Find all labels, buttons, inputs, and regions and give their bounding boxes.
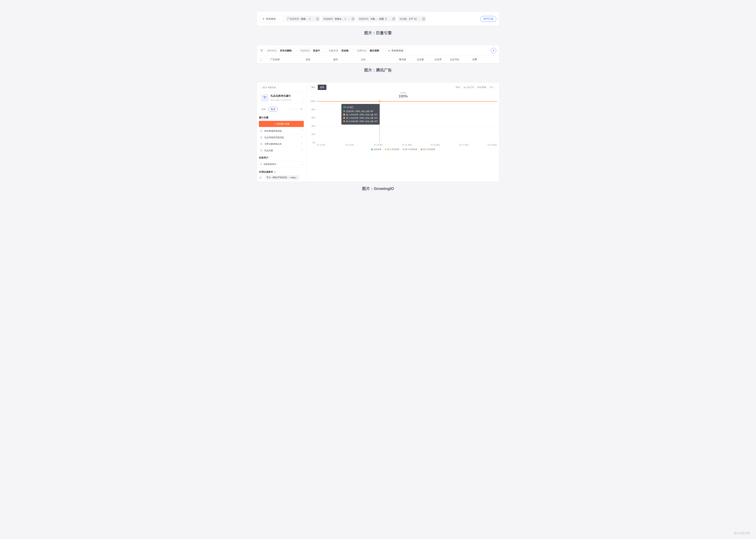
chevron-down-icon: ⌄ — [348, 18, 349, 20]
clear-selection-button[interactable]: 清空已选 — [480, 16, 496, 22]
time-select[interactable]: 📅︎ 过去7天 — [462, 85, 476, 90]
funnel-title: 礼品兑换转化漏斗 — [270, 94, 291, 98]
clear-filter-icon[interactable]: × — [351, 17, 354, 21]
cancel-button[interactable]: 取消 — [268, 107, 278, 112]
funnel-small-icon[interactable] — [301, 143, 303, 145]
info-icon[interactable]: i — [274, 171, 276, 173]
filter-group[interactable]: 广告组类型:搜索...2⌄× — [285, 16, 320, 22]
col-header: 点击均价 — [445, 58, 459, 61]
caption-3: 图片：GrowingIO — [257, 186, 499, 192]
funnel-large-icon — [261, 94, 268, 102]
calendar-icon: 📅︎ — [463, 86, 466, 89]
action-row: 另存 取消 ＋ < ⤓ 🔒︎ — [259, 105, 304, 114]
juliang-filter-bar: 所有筛选 ⌄ 广告组类型:搜索...2⌄×投放模式:管家&...1⌄×创意样式:… — [257, 12, 499, 26]
step-row[interactable]: 4礼品兑换 — [259, 147, 304, 154]
chevron-down-icon: ⌄ — [493, 86, 495, 89]
cycle-select[interactable]: 1天 ⌄ — [488, 85, 497, 90]
chevron-down-icon: ⌄ — [312, 18, 314, 20]
save-as-button[interactable]: 另存 — [260, 107, 267, 112]
step-row[interactable]: 2礼品详情页页面浏览 — [259, 134, 304, 141]
chevron-down-icon: ⌄ — [380, 49, 382, 51]
chevron-down-icon: ⌄ — [293, 49, 294, 51]
legend-item[interactable]: 第 3 步转化率 — [421, 148, 435, 151]
cond-chip: 1 平台（网站/手机应用） = Web × — [259, 175, 299, 180]
back-button[interactable]: ‹ 返回 单图列表 — [259, 85, 278, 90]
funnel-small-icon[interactable] — [301, 149, 303, 152]
chart-subtitle: 转化率 — [309, 92, 497, 94]
lock-icon[interactable]: 🔒︎ — [300, 108, 303, 111]
chart-tooltip: 07-14 周三 总转化率: 100%, 转化人数: 647第 1 步转化率: … — [341, 104, 380, 124]
legend-item[interactable]: 总转化率 — [371, 148, 381, 151]
chevron-down-icon: ⌄ — [321, 49, 323, 51]
legend-item[interactable]: 第 1 步转化率 — [385, 148, 399, 151]
filter-chip[interactable]: 操作状态：所有未删除⌄ — [265, 48, 297, 53]
data-line — [317, 101, 497, 102]
plus-icon: ＋ — [388, 49, 390, 52]
col-header: 广告名称 — [270, 58, 306, 61]
step-row[interactable]: 3立即兑换按钮点击 — [259, 141, 304, 147]
step-row[interactable]: 1积分商城页面浏览 — [259, 128, 304, 134]
col-header: 状态 — [306, 58, 333, 61]
col-header: 操作 — [333, 58, 361, 61]
filter-group[interactable]: 投放模式:管家&...1⌄× — [322, 16, 355, 22]
tencent-filter-row: 操作状态：所有未删除⌄投放状态：投放中⌄创建来源：投放端⌄诊断结论：建议观察⌄ … — [257, 45, 499, 56]
tab-funnel[interactable]: 漏斗 — [309, 85, 318, 90]
clear-filter-icon[interactable]: × — [422, 17, 425, 21]
clear-filter-icon[interactable]: × — [316, 17, 319, 21]
data-point — [379, 100, 380, 102]
x-axis: 07-12 周一07-13 周二07-14 周三07-15 周四07-16 周五… — [317, 144, 497, 146]
caption-2: 图片：腾讯广告 — [257, 67, 499, 73]
filter-group[interactable]: 转化数:大于 12⌄× — [398, 16, 426, 22]
chevron-down-icon: ⌄ — [278, 18, 280, 20]
cycle-label: 转化周期 — [478, 86, 486, 89]
chevron-down-icon: ⌄ — [389, 18, 390, 20]
filter-chip[interactable]: 投放状态：投放中⌄ — [298, 48, 325, 53]
caption-1: 图片：巨量引擎 — [257, 30, 499, 36]
download-icon[interactable]: ⤓ — [296, 108, 298, 111]
tencent-panel: 操作状态：所有未删除⌄投放状态：投放中⌄创建来源：投放端⌄诊断结论：建议观察⌄ … — [257, 45, 499, 63]
remove-cond-icon[interactable]: × — [296, 176, 298, 179]
filter-chip[interactable]: 诊断结论：建议观察⌄ — [355, 48, 384, 53]
col-header: 出价 — [361, 58, 388, 61]
clear-filter-icon[interactable]: × — [392, 17, 395, 21]
add-filter-chip[interactable]: ＋ 添加筛选项 — [386, 48, 405, 53]
col-header: 点击量 — [410, 58, 424, 61]
user-icon — [260, 163, 262, 166]
col-header: 点击率 — [428, 58, 442, 61]
tab-trend[interactable]: 趋势 — [318, 85, 327, 90]
all-filters-label: 所有筛选 — [266, 17, 276, 21]
sidebar: ‹ 返回 单图列表 礼品兑换转化漏斗 系统 创建于 2020/01/10 另存 … — [259, 85, 304, 180]
funnel-title-card: 礼品兑换转化漏斗 系统 创建于 2020/01/10 — [259, 92, 304, 104]
legend: 总转化率第 1 步转化率第 2 步转化率第 3 步转化率 — [309, 148, 497, 151]
add-filter-label: 添加筛选项 — [391, 49, 403, 52]
filter-group[interactable]: 创意样式:大图...|组图5⌄× — [357, 16, 396, 22]
target-user-select[interactable]: 全部登录用户 ⌄ — [259, 161, 304, 168]
add-step-button[interactable]: ＋ 选择漏斗步骤 — [259, 121, 304, 127]
steps-title: 漏斗步骤 — [259, 116, 304, 119]
cond-tag[interactable]: 平台（网站/手机应用） = Web × — [265, 175, 299, 180]
filter-chip[interactable]: 创建来源：投放端⌄ — [327, 48, 353, 53]
growingio-panel: ‹ 返回 单图列表 礼品兑换转化漏斗 系统 创建于 2020/01/10 另存 … — [257, 83, 499, 182]
legend-item[interactable]: 第 2 步转化率 — [403, 148, 417, 151]
share-icon[interactable]: < — [293, 108, 294, 111]
funnel-small-icon[interactable] — [301, 136, 303, 139]
target-title: 目标用户 — [259, 156, 304, 159]
funnel-small-icon[interactable] — [301, 130, 303, 132]
main-chart-area: 漏斗 趋势 时间 📅︎ 过去7天 转化周期 1天 ⌄ 转化率 100% 0%20 — [306, 85, 497, 180]
plus-icon[interactable]: ＋ — [289, 108, 291, 111]
table-header: 广告名称状态操作出价曝光量点击量点击率点击均价花费 — [257, 56, 499, 63]
chevron-down-icon: ⌄ — [301, 163, 303, 166]
chevron-down-icon: ⌄ — [418, 18, 420, 20]
col-header: 曝光量 — [392, 58, 406, 61]
all-filters-button[interactable]: 所有筛选 ⌄ — [260, 16, 284, 22]
svg-point-0 — [261, 163, 262, 164]
global-cond-title: 全局过滤条件 i — [259, 170, 304, 174]
funnel-icon — [260, 49, 264, 52]
line-chart: 0%20%40%60%80%100% 07-14 周三 总转化率: 100%, … — [309, 101, 497, 146]
tabs: 漏斗 趋势 — [309, 85, 327, 90]
select-all-checkbox[interactable] — [260, 58, 263, 61]
close-button[interactable] — [491, 48, 496, 53]
chart-big-value: 100% — [309, 94, 497, 99]
chevron-left-icon: ‹ — [261, 86, 262, 89]
time-label: 时间 — [456, 86, 460, 89]
